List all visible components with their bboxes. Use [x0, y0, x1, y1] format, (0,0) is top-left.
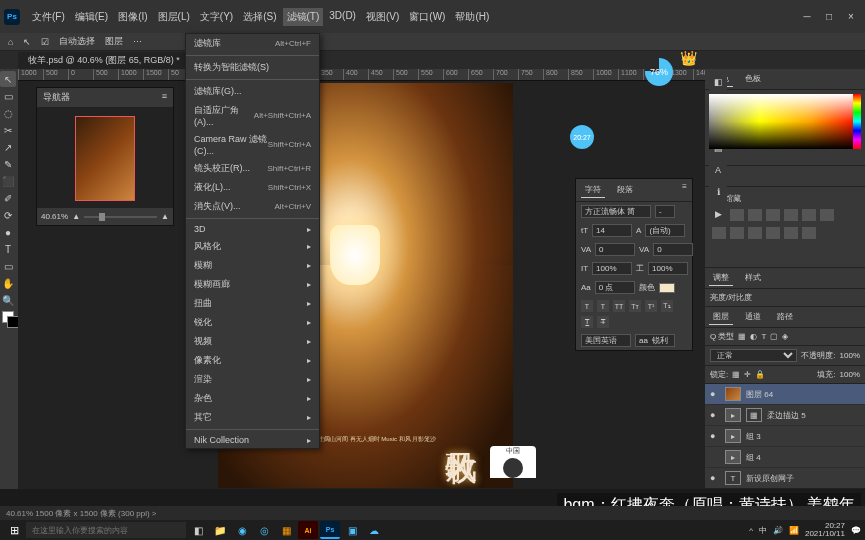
preset-icon[interactable]	[820, 209, 834, 221]
filter-menu-item[interactable]: 消失点(V)...Alt+Ctrl+V	[186, 197, 319, 216]
filter-menu-item[interactable]: 其它▸	[186, 408, 319, 427]
tool-2[interactable]: ◌	[0, 105, 16, 121]
close-button[interactable]: ×	[841, 9, 861, 25]
menu-5[interactable]: 选择(S)	[239, 8, 280, 26]
filter-menu-item[interactable]: 视频▸	[186, 332, 319, 351]
menu-10[interactable]: 帮助(H)	[451, 8, 493, 26]
info-icon[interactable]: ℹ	[711, 185, 725, 199]
paths-tab[interactable]: 路径	[773, 309, 797, 325]
hscale-input[interactable]	[648, 262, 688, 275]
channels-tab[interactable]: 通道	[741, 309, 765, 325]
tool-12[interactable]: ✋	[0, 275, 16, 291]
smallcaps-icon[interactable]: Tт	[629, 300, 641, 312]
preset-icon[interactable]	[766, 209, 780, 221]
filter-kind-label[interactable]: Q 类型	[710, 331, 734, 342]
visibility-toggle[interactable]: ●	[710, 389, 720, 399]
filter-shape-icon[interactable]: ▢	[770, 332, 778, 341]
panel-menu-icon[interactable]: ≡	[162, 91, 167, 104]
explorer-icon[interactable]: 📁	[210, 521, 230, 539]
character-tab[interactable]: 字符	[581, 182, 605, 198]
preset-icon[interactable]	[802, 209, 816, 221]
menu-6[interactable]: 滤镜(T)	[283, 8, 324, 26]
app-icon[interactable]: ▣	[342, 521, 362, 539]
tool-9[interactable]: ●	[0, 224, 16, 240]
tray-chevron-icon[interactable]: ^	[749, 526, 753, 535]
navigator-panel[interactable]: 导航器 ≡ 40.61% ▲ ▲	[36, 87, 174, 226]
tray-volume-icon[interactable]: 🔊	[773, 526, 783, 535]
layer-name[interactable]: 组 3	[746, 431, 860, 442]
edge-icon[interactable]: ◉	[232, 521, 252, 539]
menu-0[interactable]: 文件(F)	[28, 8, 69, 26]
layer-name[interactable]: 柔边描边 5	[767, 410, 860, 421]
maximize-button[interactable]: □	[819, 9, 839, 25]
zoom-out-icon[interactable]: ▲	[72, 212, 80, 221]
preset-icon[interactable]	[784, 227, 798, 239]
preset-icon[interactable]	[748, 209, 762, 221]
strikethrough-icon[interactable]: T̶	[597, 316, 609, 328]
antialiasing-select[interactable]	[635, 334, 675, 347]
preset-icon[interactable]	[802, 227, 816, 239]
allcaps-icon[interactable]: TT	[613, 300, 625, 312]
filter-menu-item[interactable]: 滤镜库(G)...	[186, 82, 319, 101]
filter-menu-item[interactable]: 转换为智能滤镜(S)	[186, 58, 319, 77]
menu-7[interactable]: 3D(D)	[325, 8, 360, 26]
lock-position-icon[interactable]: ✛	[744, 370, 751, 379]
layer-name[interactable]: 图层 64	[746, 389, 860, 400]
task-view-icon[interactable]: ◧	[188, 521, 208, 539]
tool-10[interactable]: T	[0, 241, 16, 257]
tool-0[interactable]: ↖	[0, 71, 16, 87]
language-select[interactable]	[581, 334, 631, 347]
home-icon[interactable]: ⌂	[8, 37, 13, 47]
tool-4[interactable]: ↗	[0, 139, 16, 155]
preset-icon[interactable]	[712, 227, 726, 239]
font-size-input[interactable]	[592, 224, 632, 237]
filter-adj-icon[interactable]: ◐	[750, 332, 757, 341]
bold-icon[interactable]: T	[581, 300, 593, 312]
menu-1[interactable]: 编辑(E)	[71, 8, 112, 26]
tool-1[interactable]: ▭	[0, 88, 16, 104]
filter-pixel-icon[interactable]: ▦	[738, 332, 746, 341]
swatches-tab[interactable]: 色板	[741, 71, 765, 87]
fill-value[interactable]: 100%	[840, 370, 860, 379]
filter-menu-item[interactable]: 镜头校正(R)...Shift+Ctrl+R	[186, 159, 319, 178]
text-color-swatch[interactable]	[659, 283, 675, 293]
layers-tab[interactable]: 图层	[709, 309, 733, 325]
filter-menu-item[interactable]: 模糊▸	[186, 256, 319, 275]
app-icon[interactable]: ▦	[276, 521, 296, 539]
tool-3[interactable]: ✂	[0, 122, 16, 138]
visibility-toggle[interactable]: ●	[710, 473, 720, 483]
navigator-preview[interactable]	[37, 108, 173, 208]
taskbar-search-input[interactable]	[26, 522, 186, 538]
app-icon[interactable]: ◎	[254, 521, 274, 539]
preset-icon[interactable]	[766, 227, 780, 239]
visibility-toggle[interactable]: ●	[710, 410, 720, 420]
lock-pixels-icon[interactable]: ▦	[732, 370, 740, 379]
actions-icon[interactable]: ▶	[711, 207, 725, 221]
panel-menu-icon[interactable]: ≡	[682, 182, 687, 198]
layer-name[interactable]: 新设原创网子	[746, 473, 860, 484]
leading-input[interactable]	[645, 224, 685, 237]
filter-smart-icon[interactable]: ◈	[782, 332, 788, 341]
underline-icon[interactable]: T̲	[581, 316, 593, 328]
subscript-icon[interactable]: T₁	[661, 300, 673, 312]
filter-menu-item[interactable]: 液化(L)...Shift+Ctrl+X	[186, 178, 319, 197]
layer-name[interactable]: 组 4	[746, 452, 860, 463]
illustrator-icon[interactable]: Ai	[298, 521, 318, 539]
layer-row[interactable]: ●▸▦柔边描边 5	[705, 405, 865, 426]
minimize-button[interactable]: ─	[797, 9, 817, 25]
tool-6[interactable]: ⬛	[0, 173, 16, 189]
filter-menu-item[interactable]: 滤镜库Alt+Ctrl+F	[186, 34, 319, 53]
character-panel[interactable]: 字符 段落 ≡ tT A VA VA IT 工 Aa 颜色 T T TT Tт …	[575, 178, 693, 351]
baseline-input[interactable]	[595, 281, 635, 294]
menu-3[interactable]: 图层(L)	[154, 8, 194, 26]
menu-2[interactable]: 图像(I)	[114, 8, 151, 26]
layer-row[interactable]: ▸组 4	[705, 447, 865, 468]
tray-date[interactable]: 2021/10/11	[805, 530, 845, 538]
blend-mode-select[interactable]: 正常	[710, 349, 797, 362]
filter-menu-item[interactable]: 模糊画廊▸	[186, 275, 319, 294]
opacity-value[interactable]: 100%	[840, 351, 860, 360]
filter-menu-item[interactable]: Nik Collection▸	[186, 432, 319, 448]
filter-menu-item[interactable]: Camera Raw 滤镜(C)...Shift+Ctrl+A	[186, 130, 319, 159]
zoom-slider[interactable]	[84, 216, 157, 218]
history-icon[interactable]: ◧	[711, 75, 725, 89]
